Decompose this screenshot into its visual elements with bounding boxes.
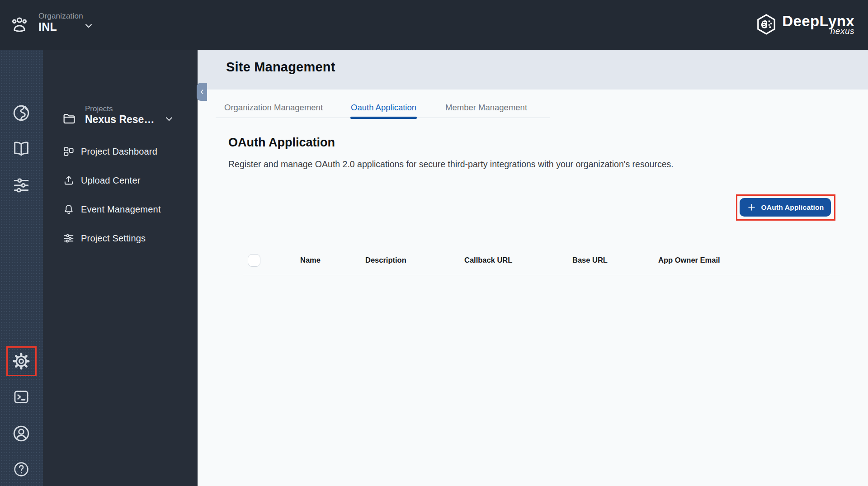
terminal-icon bbox=[12, 388, 30, 406]
organization-switcher[interactable]: Organization INL bbox=[0, 0, 104, 50]
equalizer-rail-button[interactable] bbox=[11, 175, 31, 195]
sidebar-item-label: Event Management bbox=[81, 204, 161, 215]
book-icon bbox=[11, 139, 31, 159]
project-name: Nexus Rese… bbox=[85, 113, 154, 126]
add-oauth-application-button[interactable]: OAuth Application bbox=[740, 198, 831, 217]
tune-icon bbox=[62, 232, 75, 245]
chevron-down-icon bbox=[83, 20, 94, 32]
column-header-app-owner-email: App Owner Email bbox=[658, 256, 720, 264]
sidebar-item-event-management[interactable]: Event Management bbox=[43, 199, 198, 219]
organization-name: INL bbox=[38, 20, 57, 33]
account-icon bbox=[11, 424, 31, 444]
upload-icon bbox=[62, 174, 75, 187]
table-header-divider bbox=[243, 275, 840, 275]
project-sidebar: Projects Nexus Rese… Project Dashboard bbox=[43, 50, 198, 486]
equalizer-icon bbox=[11, 175, 31, 195]
sidebar-item-project-settings[interactable]: Project Settings bbox=[43, 228, 198, 248]
select-all-checkbox[interactable] bbox=[248, 254, 260, 267]
settings-rail-button[interactable] bbox=[11, 351, 31, 371]
project-switcher[interactable]: Projects Nexus Rese… bbox=[43, 75, 198, 118]
icon-rail bbox=[0, 50, 43, 486]
tab-organization-management[interactable]: Organization Management bbox=[224, 103, 323, 118]
chevron-left-icon bbox=[199, 89, 205, 95]
help-rail-button[interactable] bbox=[11, 459, 31, 479]
sidebar-item-label: Upload Center bbox=[81, 175, 141, 186]
column-header-description: Description bbox=[365, 256, 406, 264]
organization-people-icon bbox=[10, 15, 29, 34]
section-title: OAuth Application bbox=[228, 136, 335, 150]
sidebar-item-label: Project Dashboard bbox=[81, 146, 157, 157]
tab-member-management[interactable]: Member Management bbox=[445, 103, 527, 118]
sidebar-item-project-dashboard[interactable]: Project Dashboard bbox=[43, 142, 198, 161]
deeplynx-logo-icon bbox=[755, 13, 778, 37]
globe-rail-button[interactable] bbox=[11, 103, 31, 123]
main-area: Site Management Organization Management … bbox=[198, 50, 868, 486]
folder-icon bbox=[62, 112, 76, 126]
projects-label: Projects bbox=[85, 104, 113, 113]
sidebar-item-label: Project Settings bbox=[81, 233, 146, 244]
deeplynx-logo: DeepLynx nexus bbox=[755, 0, 854, 50]
tab-oauth-application[interactable]: Oauth Application bbox=[351, 103, 416, 118]
page-title: Site Management bbox=[226, 60, 335, 75]
column-header-base-url: Base URL bbox=[572, 256, 608, 264]
chevron-down-icon bbox=[163, 113, 175, 125]
logo-sub-wordmark: nexus bbox=[830, 26, 854, 36]
dashboard-icon bbox=[62, 145, 75, 158]
sidebar-collapse-handle[interactable] bbox=[197, 83, 207, 101]
top-bar: Organization INL bbox=[0, 0, 868, 50]
deeplynx-logo-text: DeepLynx nexus bbox=[782, 14, 854, 36]
column-header-callback-url: Callback URL bbox=[464, 256, 512, 264]
section-description: Register and manage OAuth 2.0 applicatio… bbox=[228, 159, 674, 170]
help-icon bbox=[12, 460, 30, 478]
tab-bar: Organization Management Oauth Applicatio… bbox=[216, 103, 550, 118]
book-rail-button[interactable] bbox=[11, 139, 31, 159]
page-content: Organization Management Oauth Applicatio… bbox=[198, 90, 868, 486]
terminal-rail-button[interactable] bbox=[11, 387, 31, 407]
plus-icon bbox=[747, 203, 756, 212]
organization-label: Organization bbox=[38, 12, 83, 21]
bell-icon bbox=[62, 203, 75, 216]
sidebar-item-upload-center[interactable]: Upload Center bbox=[43, 170, 198, 190]
page-header-band: Site Management bbox=[198, 50, 868, 90]
gear-icon bbox=[11, 351, 31, 371]
column-header-name: Name bbox=[300, 256, 321, 264]
globe-icon bbox=[11, 103, 31, 123]
app-root: Organization INL bbox=[0, 0, 868, 486]
add-button-label: OAuth Application bbox=[761, 203, 824, 212]
account-rail-button[interactable] bbox=[11, 424, 31, 444]
